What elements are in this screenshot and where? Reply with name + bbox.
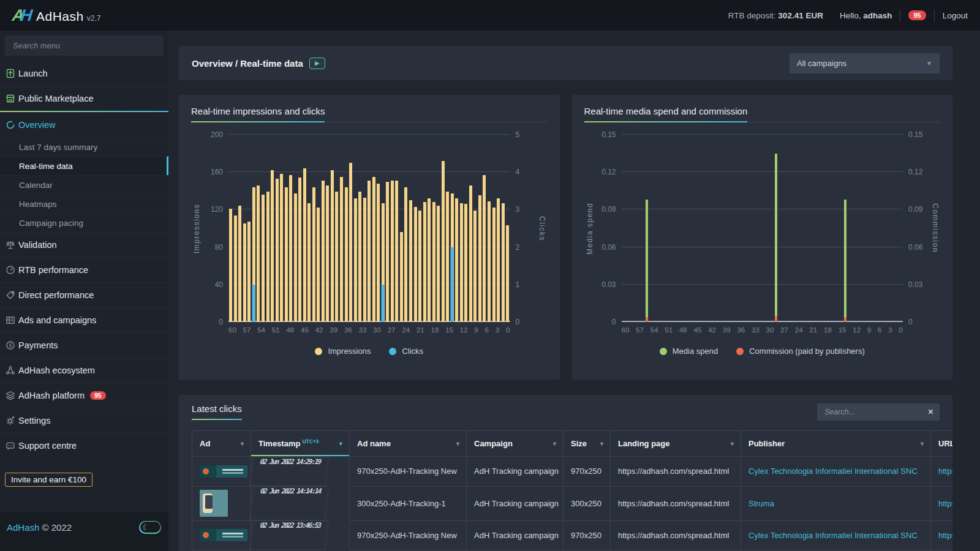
sidebar-item-settings[interactable]: Settings	[0, 408, 168, 433]
sidebar-item-support-centre[interactable]: Support centre	[0, 433, 168, 458]
timestamp-cell: 02 Jun 2022 14:14:14	[249, 486, 329, 520]
sidebar-item-adhash-platform[interactable]: AdHash platform 95	[0, 383, 168, 408]
impressions-bar	[395, 181, 398, 322]
impressions-bar	[391, 181, 394, 322]
invite-and-earn-button[interactable]: Invite and earn €100	[5, 473, 92, 487]
sidebar-item-rtb-performance[interactable]: RTB performance	[0, 257, 168, 282]
topbar: AH AdHash v2.7 RTB deposit: 302.41 EUR H…	[0, 0, 980, 31]
column-header-publisher[interactable]: Publisher▼	[741, 431, 931, 457]
landing-page-cell: https://adhash.com/spread.html	[611, 520, 741, 550]
sort-icon[interactable]: ▼	[239, 441, 245, 447]
menu-search-input[interactable]	[5, 36, 164, 56]
impressions-bar	[349, 163, 352, 322]
main-content: Overview / Real-time data ▶ All campaign…	[168, 31, 980, 551]
impressions-bar	[455, 198, 458, 322]
sidebar-item-overview[interactable]: Overview	[0, 112, 168, 137]
impressions-bar	[238, 206, 241, 322]
sort-icon[interactable]: ▼	[729, 441, 735, 447]
impressions-bar	[271, 170, 274, 322]
overview-icon	[5, 119, 16, 130]
column-header-ad-name[interactable]: Ad name▼	[350, 431, 467, 457]
sort-icon[interactable]: ▼	[919, 441, 925, 447]
table-row[interactable]: 02 Jun 2022 14:14:14300x250-AdH-Tracking…	[192, 486, 953, 520]
logout-button[interactable]: Logout	[943, 11, 968, 20]
impressions-bar	[312, 187, 315, 322]
sort-icon[interactable]: ▼	[552, 441, 557, 447]
impressions-bar	[473, 211, 477, 322]
y-axis-ticks-right: 012345	[510, 135, 537, 322]
sidebar-item-launch[interactable]: Launch	[0, 61, 168, 86]
commission-bar	[775, 316, 777, 322]
impressions-bar	[469, 186, 472, 322]
media-spend-plot	[622, 135, 903, 322]
publisher-link[interactable]: Cylex Technologia Informatiei Internatio…	[748, 531, 918, 540]
y-axis-label-right: Commission	[930, 135, 940, 322]
url-link-cell: https	[931, 486, 953, 520]
sidebar-item-ads-and-campaigns[interactable]: Ads and campaigns	[0, 307, 168, 332]
sidebar-item-adhash-ecosystem[interactable]: AdHash ecosystem	[0, 358, 168, 383]
clear-search-icon[interactable]: ×	[928, 407, 933, 417]
sidebar-item-direct-performance[interactable]: Direct performance	[0, 282, 168, 307]
sidebar-item-validation[interactable]: Validation	[0, 232, 168, 257]
url-link[interactable]: https	[938, 499, 952, 508]
sidebar-item-calendar[interactable]: Calendar	[0, 175, 168, 194]
column-header-size[interactable]: Size▼	[564, 431, 611, 457]
notifications-badge[interactable]: 95	[908, 10, 925, 20]
url-link[interactable]: https	[938, 531, 952, 540]
landing-page-cell: https://adhash.com/spread.html	[611, 486, 741, 520]
column-header-ad[interactable]: Ad▼	[192, 431, 251, 457]
landing-page-cell: https://adhash.com/spread.html	[611, 457, 741, 487]
y-axis-label-left: Media spend	[584, 135, 595, 322]
impressions-bar	[418, 211, 421, 322]
play-button[interactable]: ▶	[309, 58, 325, 69]
timestamp-cell: 02 Jun 2022 14:29:19	[249, 457, 329, 486]
column-header-landing-page[interactable]: Landing page▼	[611, 431, 741, 457]
dark-mode-toggle[interactable]: ☾	[139, 521, 161, 534]
impressions-bar	[307, 203, 311, 322]
y-axis-ticks-left: 00.030.060.090.120.15	[595, 135, 622, 322]
chart-legend: Impressions Clicks	[191, 347, 548, 356]
table-search: ×	[817, 403, 940, 421]
sidebar-item-public-marketplace[interactable]: Public Marketplace	[0, 86, 168, 111]
table-row[interactable]: 02 Jun 2022 13:46:53970x250-AdH-Tracking…	[192, 520, 953, 550]
sidebar-item-last-7-days-summary[interactable]: Last 7 days summary	[0, 137, 168, 156]
impressions-bar	[437, 206, 440, 322]
ad-name-cell: 300x250-AdH-Tracking-1	[350, 486, 467, 520]
impressions-bar	[234, 216, 237, 322]
table-row[interactable]: 02 Jun 2022 14:29:19970x250-AdH-Tracking…	[192, 457, 953, 487]
impressions-bar	[497, 198, 500, 322]
publisher-link[interactable]: Struma	[748, 499, 774, 508]
impressions-bar	[423, 202, 426, 322]
sidebar-item-campaign-pacing[interactable]: Campaign pacing	[0, 213, 168, 232]
impressions-bar	[404, 187, 407, 322]
publisher-link[interactable]: Cylex Technologia Informatiei Internatio…	[748, 467, 918, 476]
url-link[interactable]: https	[938, 467, 952, 476]
impressions-bar	[294, 193, 297, 322]
impressions-bar	[335, 192, 338, 322]
sidebar-item-real-time-data[interactable]: Real-time data	[0, 156, 168, 175]
adhash-monogram-icon: AH	[11, 6, 32, 25]
column-header-campaign[interactable]: Campaign▼	[467, 431, 564, 457]
table-search-input[interactable]	[823, 407, 924, 417]
impressions-legend-dot	[315, 348, 322, 355]
campaigns-filter-dropdown[interactable]: All campaigns ▼	[790, 53, 940, 73]
impressions-bar	[442, 161, 445, 322]
url-link-cell: https	[931, 520, 953, 550]
impressions-bar	[386, 182, 389, 323]
column-header-url[interactable]: URL	[931, 431, 953, 457]
media-spend-chart-panel: Real-time media spend and commission Med…	[572, 95, 953, 380]
campaign-cell: AdH Tracking campaign	[467, 520, 564, 550]
impressions-bar	[289, 175, 292, 322]
sort-icon[interactable]: ▼	[338, 441, 344, 447]
adhash-logo[interactable]: AH AdHash v2.7	[12, 6, 100, 25]
impressions-bar	[280, 174, 283, 322]
media-spend-bar	[646, 200, 648, 317]
y-axis-label-right: Clicks	[537, 135, 548, 322]
sidebar-item-payments[interactable]: $ Payments	[0, 332, 168, 358]
column-header-timestamp[interactable]: TimestampUTC+3▼	[251, 431, 350, 457]
sidebar-item-heatmaps[interactable]: Heatmaps	[0, 194, 168, 213]
impressions-bar	[432, 202, 435, 322]
sort-icon[interactable]: ▼	[599, 441, 605, 447]
impressions-bar	[303, 168, 306, 322]
sort-icon[interactable]: ▼	[455, 441, 461, 447]
